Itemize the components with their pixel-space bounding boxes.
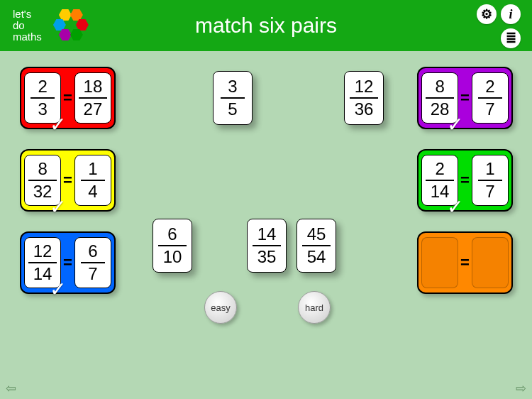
- fraction-tile: 67: [74, 237, 111, 288]
- app-logo-text: let's do maths: [13, 9, 42, 43]
- fraction-numerator: 6: [167, 225, 177, 244]
- header-controls: ⚙ i ≣: [477, 4, 522, 50]
- fraction-bar: [253, 245, 281, 246]
- info-button[interactable]: i: [501, 4, 521, 24]
- logo-line: do: [13, 20, 42, 31]
- checkmark-icon: ✓: [50, 195, 66, 219]
- settings-button[interactable]: ⚙: [477, 4, 497, 24]
- fraction-numerator: 1: [88, 160, 97, 178]
- header-bar: let's do maths match six pairs ⚙ i ≣: [0, 0, 532, 51]
- easy-button[interactable]: easy: [204, 291, 237, 324]
- fraction-bar: [79, 97, 107, 99]
- pair-card-red[interactable]: 23=1827✓: [20, 67, 116, 129]
- fraction: 610: [158, 225, 187, 266]
- easy-label: easy: [211, 302, 230, 313]
- fraction-numerator: 8: [435, 77, 444, 96]
- fraction-numerator: 12: [33, 242, 52, 261]
- fraction: 27: [478, 77, 502, 119]
- equals-sign: =: [63, 171, 72, 190]
- loose-fraction-tile[interactable]: 4554: [297, 219, 336, 273]
- fraction: 35: [221, 77, 245, 119]
- fraction: 1236: [350, 77, 378, 119]
- arrow-right-icon: ⇨: [516, 381, 526, 395]
- checkmark-icon: ✓: [447, 113, 463, 136]
- fraction-denominator: 3: [38, 100, 47, 119]
- pair-card-yellow[interactable]: 832=14✓: [20, 149, 116, 212]
- equals-sign: =: [63, 253, 72, 272]
- fraction-tile: 1827: [74, 72, 111, 124]
- fraction-bar: [478, 180, 502, 181]
- fraction-denominator: 10: [163, 248, 182, 266]
- fraction-bar: [158, 245, 187, 246]
- fraction-numerator: 12: [355, 77, 374, 96]
- fraction-denominator: 7: [88, 265, 97, 283]
- equals-sign: =: [460, 253, 470, 272]
- loose-fraction-tile[interactable]: 35: [213, 71, 253, 125]
- loose-fraction-tile[interactable]: 1435: [247, 219, 287, 273]
- fraction-slot[interactable]: [472, 237, 509, 288]
- fraction-denominator: 7: [485, 182, 494, 201]
- pair-card-purple[interactable]: 828=27✓: [417, 67, 513, 129]
- prev-page-button[interactable]: ⇦: [6, 381, 16, 396]
- fraction-bar: [426, 180, 454, 181]
- fraction-tile: 27: [472, 72, 509, 124]
- fraction-numerator: 45: [307, 225, 326, 244]
- game-board: easy hard ⇦ ⇨ 23=1827✓832=14✓1214=67✓828…: [0, 51, 532, 399]
- fraction-bar: [28, 180, 57, 181]
- fraction-numerator: 2: [485, 77, 494, 96]
- fraction-denominator: 7: [485, 100, 494, 119]
- fraction-denominator: 54: [307, 248, 326, 266]
- fraction-tile: 17: [472, 155, 509, 206]
- fraction-bar: [81, 180, 105, 181]
- fraction-bar: [426, 97, 454, 99]
- pair-card-blue[interactable]: 1214=67✓: [20, 231, 116, 294]
- fraction-bar: [221, 97, 245, 99]
- fraction: 17: [478, 160, 502, 201]
- fraction-numerator: 8: [38, 160, 47, 178]
- fraction-numerator: 3: [228, 77, 237, 96]
- hard-label: hard: [305, 302, 323, 313]
- fraction: 67: [81, 242, 105, 283]
- arrow-left-icon: ⇦: [6, 381, 16, 395]
- fraction-tile: 14: [74, 155, 111, 206]
- equals-sign: =: [460, 171, 470, 190]
- fraction-slot[interactable]: [421, 237, 458, 288]
- fraction: 1435: [253, 225, 281, 266]
- fraction-denominator: 27: [84, 100, 103, 119]
- info-icon: i: [509, 7, 512, 22]
- checkmark-icon: ✓: [447, 195, 463, 219]
- loose-fraction-tile[interactable]: 610: [153, 219, 192, 273]
- fraction-bar: [28, 262, 57, 263]
- hexagon-logo-icon: [52, 9, 87, 42]
- hard-button[interactable]: hard: [298, 291, 331, 324]
- fraction-denominator: 4: [88, 182, 97, 201]
- logo-line: let's: [13, 9, 42, 20]
- fraction-bar: [302, 245, 331, 246]
- gear-icon: ⚙: [481, 6, 492, 22]
- page-title: match six pairs: [195, 13, 337, 38]
- fraction-numerator: 1: [485, 160, 494, 178]
- fraction-numerator: 18: [84, 77, 103, 96]
- equals-sign: =: [460, 89, 470, 107]
- list-icon: ≣: [506, 31, 516, 46]
- fraction-bar: [31, 97, 55, 99]
- fraction: 4554: [302, 225, 331, 266]
- fraction-bar: [350, 97, 378, 99]
- loose-fraction-tile[interactable]: 1236: [344, 71, 384, 125]
- next-page-button[interactable]: ⇨: [516, 381, 526, 396]
- fraction-numerator: 2: [435, 160, 444, 178]
- fraction: 1827: [79, 77, 107, 119]
- checkmark-icon: ✓: [50, 113, 66, 136]
- fraction: 14: [81, 160, 105, 201]
- fraction-denominator: 35: [257, 248, 277, 266]
- equals-sign: =: [63, 89, 72, 107]
- fraction-numerator: 2: [38, 77, 47, 96]
- fraction-bar: [81, 262, 105, 263]
- fraction-denominator: 36: [355, 100, 374, 119]
- checkmark-icon: ✓: [50, 278, 66, 301]
- logo-line: maths: [13, 31, 42, 43]
- pair-card-orange[interactable]: =: [417, 231, 513, 294]
- pair-card-green[interactable]: 214=17✓: [417, 149, 513, 212]
- fraction-numerator: 14: [257, 225, 277, 244]
- menu-list-button[interactable]: ≣: [501, 28, 521, 48]
